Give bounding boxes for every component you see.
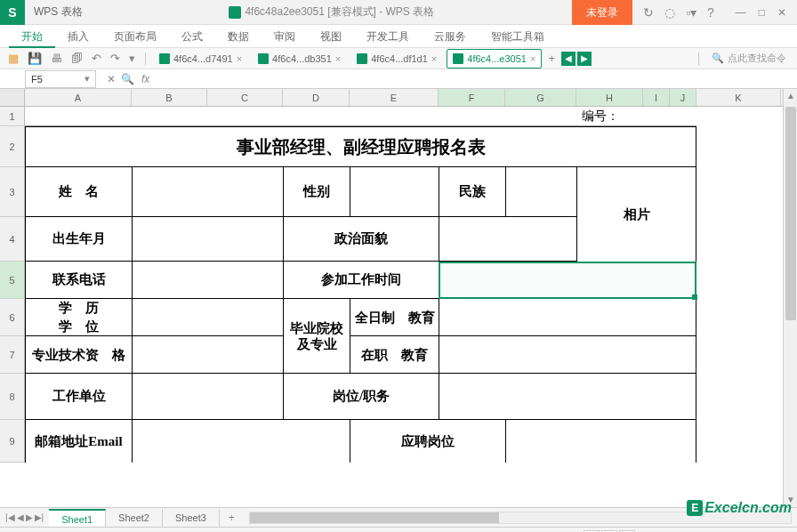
col-E[interactable]: E (350, 89, 439, 106)
hscroll-thumb[interactable] (250, 512, 499, 523)
sheet-tab-2[interactable]: Sheet2 (106, 509, 163, 527)
cell-gender[interactable]: 性别 (283, 167, 350, 217)
cell-phone[interactable]: 联系电话 (25, 262, 132, 299)
close-button[interactable]: ✕ (777, 6, 786, 19)
col-J[interactable]: J (670, 89, 696, 106)
chevron-down-icon[interactable]: ▾ (85, 73, 90, 85)
column-headers[interactable]: A B C D E F G H I J K (0, 89, 783, 107)
col-G[interactable]: G (505, 89, 576, 106)
cell-join-val[interactable] (439, 262, 696, 299)
sheet-first-icon[interactable]: |◀ (5, 512, 15, 522)
row-4[interactable]: 4 (0, 217, 24, 262)
cell-ethnic-val[interactable] (505, 167, 576, 217)
cell-workunit-val[interactable] (132, 374, 283, 420)
undo-icon[interactable]: ↶ (89, 52, 104, 65)
row-headers[interactable]: 1 2 3 4 5 6 7 8 9 (0, 107, 25, 463)
add-sheet-button[interactable]: + (220, 512, 244, 524)
print-icon[interactable]: 🖶 (48, 52, 65, 65)
doc-tab-3[interactable]: 4f6c4...df1d1× (350, 49, 443, 69)
menu-smart[interactable]: 智能工具箱 (479, 25, 557, 48)
spreadsheet-grid[interactable]: A B C D E F G H I J K 1 2 3 4 5 6 7 8 9 … (0, 89, 797, 507)
menu-dev[interactable]: 开发工具 (354, 25, 422, 48)
menu-formula[interactable]: 公式 (169, 25, 215, 48)
menu-review[interactable]: 审阅 (262, 25, 308, 48)
cell-name-val[interactable] (132, 167, 283, 217)
sheet-body[interactable]: 编号： 事业部经理、副经理应聘报名表 姓 名 性别 民族 相片 出生年月 政治面… (25, 107, 783, 507)
cell-post-val[interactable] (439, 374, 696, 420)
cell-join[interactable]: 参加工作时间 (283, 262, 439, 299)
cell-blank[interactable] (25, 107, 576, 126)
form-title[interactable]: 事业部经理、副经理应聘报名表 (25, 126, 696, 167)
row-8[interactable]: 8 (0, 374, 24, 420)
vertical-scrollbar[interactable]: ▲ ▼ (783, 89, 797, 507)
sheet-tab-3[interactable]: Sheet3 (163, 509, 220, 527)
open-icon[interactable]: ▦ (5, 52, 21, 65)
col-I[interactable]: I (643, 89, 670, 106)
tab-next-button[interactable]: ▶ (577, 52, 592, 66)
cell-ethnic[interactable]: 民族 (439, 167, 505, 217)
cell-birth-val[interactable] (132, 217, 283, 262)
tab-prev-button[interactable]: ◀ (561, 52, 576, 66)
cell-applypost[interactable]: 应聘岗位 (350, 420, 505, 463)
cell-profqual[interactable]: 专业技术资 格 (25, 336, 132, 374)
sheet-tab-1[interactable]: Sheet1 (49, 509, 106, 527)
scroll-up-icon[interactable]: ▲ (784, 89, 797, 103)
col-F[interactable]: F (439, 89, 505, 106)
cell-profqual-val[interactable] (132, 336, 283, 374)
cell-applypost-val[interactable] (505, 420, 696, 463)
formula-input[interactable] (153, 70, 797, 88)
row-7[interactable]: 7 (0, 336, 24, 374)
cell-email-val[interactable] (132, 420, 350, 463)
cell-politics-val[interactable] (439, 217, 576, 262)
sync-icon[interactable]: ↻ (643, 5, 654, 20)
help-icon[interactable]: ? (707, 5, 714, 20)
cell-email[interactable]: 邮箱地址Email (25, 420, 132, 463)
cell-post[interactable]: 岗位/职务 (283, 374, 439, 420)
row-2[interactable]: 2 (0, 126, 24, 167)
cell-fulltime[interactable]: 全日制 教育 (350, 299, 439, 336)
cell-number-label[interactable]: 编号： (576, 107, 696, 126)
close-tab-icon[interactable]: × (530, 53, 535, 64)
menu-insert[interactable]: 插入 (55, 25, 101, 48)
row-9[interactable]: 9 (0, 420, 24, 463)
select-all-corner[interactable] (0, 89, 25, 106)
menu-view[interactable]: 视图 (308, 25, 354, 48)
cell-fulltime-val[interactable] (439, 299, 696, 336)
command-search[interactable]: 🔍点此查找命令 (706, 52, 792, 65)
cell-name[interactable]: 姓 名 (25, 167, 132, 217)
qa-dropdown-icon[interactable]: ▾ (126, 52, 138, 65)
row-5[interactable]: 5 (0, 262, 24, 299)
close-tab-icon[interactable]: × (237, 53, 242, 64)
sheet-prev-icon[interactable]: ◀ (17, 512, 24, 522)
cell-gender-val[interactable] (350, 167, 439, 217)
doc-tab-1[interactable]: 4f6c4...d7491× (153, 49, 248, 69)
menu-layout[interactable]: 页面布局 (101, 25, 169, 48)
cell-onjob-val[interactable] (439, 336, 696, 374)
cell-onjob[interactable]: 在职 教育 (350, 336, 439, 374)
minimize-button[interactable]: — (736, 6, 746, 19)
col-C[interactable]: C (207, 89, 283, 106)
col-H[interactable]: H (576, 89, 643, 106)
save-icon[interactable]: 💾 (25, 52, 44, 65)
row-3[interactable]: 3 (0, 167, 24, 217)
close-tab-icon[interactable]: × (431, 53, 437, 64)
col-B[interactable]: B (132, 89, 207, 106)
doc-tab-2[interactable]: 4f6c4...db351× (252, 49, 347, 69)
maximize-button[interactable]: □ (759, 6, 765, 19)
skin-icon[interactable]: ▫▾ (686, 5, 696, 20)
doc-tab-4[interactable]: 4f6c4...e3051× (447, 49, 542, 69)
cell-politics[interactable]: 政治面貌 (283, 217, 439, 262)
cell-workunit[interactable]: 工作单位 (25, 374, 132, 420)
cell-phone-val[interactable] (132, 262, 283, 299)
cell-edu-val[interactable] (132, 299, 283, 336)
preview-icon[interactable]: 🗐 (68, 52, 85, 65)
row-1[interactable]: 1 (0, 107, 24, 126)
col-D[interactable]: D (283, 89, 350, 106)
sheet-last-icon[interactable]: ▶| (35, 512, 44, 522)
col-A[interactable]: A (25, 89, 132, 106)
menu-cloud[interactable]: 云服务 (422, 25, 479, 48)
col-K[interactable]: K (696, 89, 781, 106)
cell-school[interactable]: 毕业院校及专业 (283, 299, 350, 374)
accept-fx-icon[interactable]: 🔍 (121, 73, 134, 85)
cloud-icon[interactable]: ◌ (664, 5, 675, 20)
